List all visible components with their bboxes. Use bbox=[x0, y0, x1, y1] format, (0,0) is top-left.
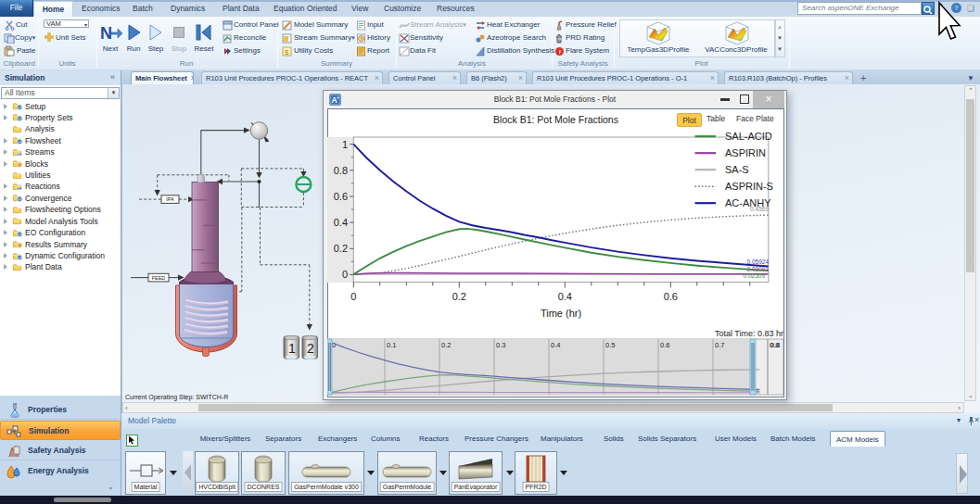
svg-text:0.2: 0.2 bbox=[441, 341, 451, 349]
svg-text:0.02509: 0.02509 bbox=[744, 272, 766, 279]
svg-text:0: 0 bbox=[342, 269, 348, 280]
svg-text:0.4: 0.4 bbox=[334, 217, 348, 228]
svg-text:0.1: 0.1 bbox=[387, 341, 396, 349]
svg-text:0.8: 0.8 bbox=[770, 341, 780, 349]
svg-text:0.2: 0.2 bbox=[334, 243, 348, 254]
svg-text:Time (hr): Time (hr) bbox=[541, 308, 581, 319]
svg-text:0.8: 0.8 bbox=[334, 165, 348, 176]
svg-text:0.7: 0.7 bbox=[715, 341, 724, 349]
svg-text:SAL-ACID: SAL-ACID bbox=[725, 131, 772, 142]
svg-text:1: 1 bbox=[342, 139, 348, 150]
svg-text:0.6: 0.6 bbox=[660, 341, 669, 349]
svg-text:ASPRIN-S: ASPRIN-S bbox=[725, 181, 773, 192]
svg-text:0.03091: 0.03091 bbox=[747, 266, 770, 272]
svg-text:0: 0 bbox=[350, 291, 356, 302]
svg-text:N: N bbox=[100, 24, 112, 43]
svg-text:0.6: 0.6 bbox=[334, 191, 348, 202]
svg-text:$: $ bbox=[285, 48, 289, 57]
svg-text:0.4: 0.4 bbox=[558, 291, 572, 302]
svg-text:1: 1 bbox=[288, 341, 296, 356]
svg-text:0.4: 0.4 bbox=[551, 341, 560, 349]
svg-text:FEED: FEED bbox=[152, 275, 166, 281]
svg-text:0.05924: 0.05924 bbox=[747, 258, 770, 265]
svg-text:ASPIRIN: ASPIRIN bbox=[725, 147, 766, 158]
svg-text:0.2: 0.2 bbox=[452, 291, 466, 302]
svg-text:0.3: 0.3 bbox=[496, 341, 505, 349]
svg-text:0.6: 0.6 bbox=[664, 291, 678, 302]
svg-text:Total Time: 0.83 hr: Total Time: 0.83 hr bbox=[715, 329, 783, 338]
svg-text:SA-S: SA-S bbox=[725, 164, 749, 175]
svg-text:IPA: IPA bbox=[166, 196, 174, 202]
svg-text:0.5: 0.5 bbox=[605, 341, 615, 349]
svg-text:2: 2 bbox=[307, 341, 314, 356]
svg-text:+: + bbox=[337, 94, 339, 100]
svg-text:AC-ANHY: AC-ANHY bbox=[725, 197, 771, 208]
